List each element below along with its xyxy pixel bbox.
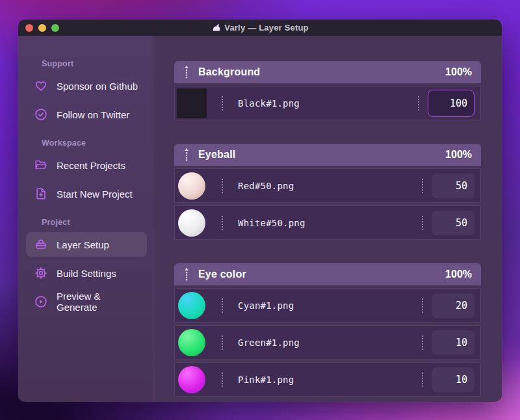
sidebar-item-recent-projects[interactable]: Recent Projects xyxy=(26,153,147,177)
sidebar-item-follow-on-twitter[interactable]: Follow on Twitter xyxy=(26,102,147,127)
play-circle-icon xyxy=(34,295,48,309)
layer-group-header: Eye color 100% xyxy=(174,263,481,285)
layer-group-weight: 100% xyxy=(445,149,472,161)
layer-filename: Green#1.png xyxy=(238,337,422,348)
sidebar-section-items: Layer Setup Build Settings Preview & Gen… xyxy=(18,232,153,314)
sidebar-item-build-settings[interactable]: Build Settings xyxy=(26,261,147,285)
sidebar-item-start-new-project[interactable]: Start New Project xyxy=(26,181,147,206)
sidebar-section-items: Recent Projects Start New Project xyxy=(18,153,153,206)
dotted-divider xyxy=(222,216,223,230)
sidebar-item-sponsor-on-github[interactable]: Sponsor on Github xyxy=(26,73,147,98)
sidebar-section-label: Support xyxy=(42,59,153,68)
sidebar-item-layer-setup[interactable]: Layer Setup xyxy=(26,232,147,257)
sidebar-item-label: Recent Projects xyxy=(57,160,125,171)
layer-weight-input[interactable] xyxy=(432,174,474,198)
drag-handle-icon[interactable] xyxy=(183,267,190,282)
heart-icon xyxy=(34,79,48,93)
layer-group-header: Eyeball 100% xyxy=(174,144,481,166)
folder-icon xyxy=(34,158,48,172)
layer-group-background: Background 100% Black#1.png xyxy=(174,61,481,120)
dotted-divider xyxy=(222,96,223,111)
layer-rows: Cyan#1.png Green#1.png Pink#1.png xyxy=(174,288,481,397)
layer-group-eye-color: Eye color 100% Cyan#1.png Green#1.png Pi… xyxy=(174,263,481,397)
layer-row-cyan-1-png: Cyan#1.png xyxy=(174,288,481,322)
layer-filename: White#50.png xyxy=(238,218,422,228)
layer-group-weight: 100% xyxy=(445,269,472,280)
sidebar-item-label: Layer Setup xyxy=(57,239,109,250)
dotted-divider xyxy=(422,179,423,193)
dotted-divider xyxy=(422,298,423,313)
layer-rows: Red#50.png White#50.png xyxy=(174,168,481,240)
sidebar-section-items: Sponsor on Github Follow on Twitter xyxy=(18,73,153,127)
titlebar: Varly — Layer Setup xyxy=(18,20,502,36)
drag-handle-icon[interactable] xyxy=(183,65,190,79)
sidebar-section-label: Workspace xyxy=(42,138,153,148)
sidebar-item-label: Follow on Twitter xyxy=(57,109,129,120)
layers-icon xyxy=(34,237,48,252)
window-title: Varly — Layer Setup xyxy=(18,23,502,33)
layer-thumbnail xyxy=(177,365,207,395)
app-window: Varly — Layer Setup Support Sponsor on G… xyxy=(18,20,502,402)
dotted-divider xyxy=(222,179,223,193)
layer-row-white-50-png: White#50.png xyxy=(174,205,481,240)
layer-row-green-1-png: Green#1.png xyxy=(174,325,481,360)
sidebar-item-preview-generate[interactable]: Preview & Generate xyxy=(26,289,147,314)
gear-icon xyxy=(34,266,48,280)
layer-row-pink-1-png: Pink#1.png xyxy=(174,362,481,397)
sidebar-item-label: Build Settings xyxy=(57,268,116,279)
dotted-divider xyxy=(222,298,223,313)
layer-weight-input[interactable] xyxy=(432,367,474,392)
layer-thumbnail xyxy=(177,208,207,238)
layer-rows: Black#1.png xyxy=(174,86,481,120)
sidebar-item-label: Preview & Generate xyxy=(57,291,140,313)
layer-filename: Red#50.png xyxy=(238,181,422,191)
window-title-text: Varly — Layer Setup xyxy=(224,23,309,33)
sidebar-item-label: Sponsor on Github xyxy=(57,81,138,92)
dotted-divider xyxy=(422,216,423,230)
layer-group-name: Background xyxy=(198,66,260,78)
layer-filename: Pink#1.png xyxy=(238,374,422,385)
sidebar-section: Project Layer Setup Build Settings Previ… xyxy=(18,218,153,314)
layer-group-header: Background 100% xyxy=(174,61,481,83)
layer-weight-input[interactable] xyxy=(432,211,474,235)
badge-check-icon xyxy=(34,107,48,122)
layer-weight-input[interactable] xyxy=(432,293,474,318)
layer-group-weight: 100% xyxy=(445,66,472,78)
layer-weight-input[interactable] xyxy=(432,330,474,355)
layer-row-black-1-png: Black#1.png xyxy=(174,86,481,120)
layer-thumbnail xyxy=(177,171,207,201)
layer-thumbnail xyxy=(177,291,207,321)
sidebar-section-label: Project xyxy=(42,218,153,227)
dotted-divider xyxy=(418,96,419,111)
sidebar: Support Sponsor on Github Follow on Twit… xyxy=(18,36,153,402)
file-plus-icon xyxy=(34,187,48,201)
layer-filename: Black#1.png xyxy=(238,98,418,109)
unicorn-app-icon xyxy=(211,23,221,33)
layer-filename: Cyan#1.png xyxy=(238,300,422,311)
dotted-divider xyxy=(422,373,423,387)
layer-thumbnail xyxy=(177,88,207,118)
layer-group-name: Eye color xyxy=(198,269,246,280)
dotted-divider xyxy=(422,335,423,350)
layer-group-eyeball: Eyeball 100% Red#50.png White#50.png xyxy=(174,144,481,240)
dotted-divider xyxy=(222,335,223,350)
layer-setup-panel: Background 100% Black#1.png Eyeball 100%… xyxy=(153,36,502,402)
drag-handle-icon[interactable] xyxy=(183,148,190,162)
sidebar-section: Support Sponsor on Github Follow on Twit… xyxy=(18,59,153,127)
sidebar-item-label: Start New Project xyxy=(57,189,133,200)
layer-group-name: Eyeball xyxy=(198,149,235,161)
layer-thumbnail xyxy=(177,328,207,358)
layer-row-red-50-png: Red#50.png xyxy=(174,168,481,203)
layer-weight-input[interactable] xyxy=(428,90,474,117)
dotted-divider xyxy=(222,373,223,387)
sidebar-section: Workspace Recent Projects Start New Proj… xyxy=(18,138,153,206)
